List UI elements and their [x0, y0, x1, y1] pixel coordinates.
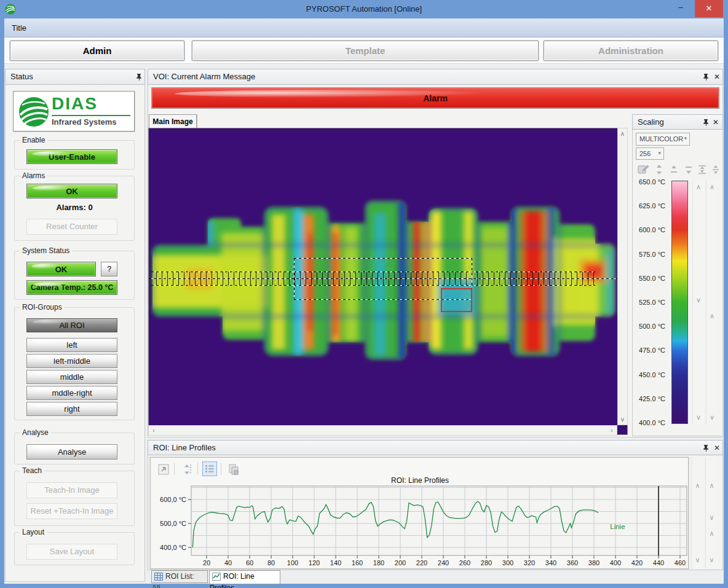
scroll-up-icon[interactable]: ∧ — [618, 130, 627, 137]
scroll-down-icon[interactable]: ∨ — [618, 416, 627, 423]
roi-group-button-middle-right[interactable]: mddle-right — [26, 386, 117, 400]
tab-template[interactable]: Template — [192, 41, 539, 61]
chart-vscale-slider[interactable]: ∧ ∨ — [691, 457, 703, 569]
scale-label: 600.0 °C — [633, 226, 665, 233]
levels-select-value: 256 — [639, 150, 651, 157]
tab-roi-line-profiles[interactable]: ROI: Line Profiles — [209, 570, 280, 584]
svg-text:40: 40 — [224, 559, 232, 566]
close-panel-icon[interactable]: ✕ — [713, 443, 721, 453]
chart-vscale-slider-2[interactable]: ∧ ∨ ∧ ∨ — [705, 457, 718, 569]
roi-group-button-right[interactable]: right — [26, 402, 117, 416]
scale-max-slider[interactable]: ∧ ∧ ∨ — [706, 181, 718, 424]
scroll-left-icon[interactable]: ‹ — [151, 427, 157, 434]
tab-admin[interactable]: Admin — [10, 41, 184, 61]
chevron-down-icon[interactable]: ∨ — [706, 514, 718, 522]
svg-text:240: 240 — [438, 559, 449, 566]
scroll-right-icon[interactable]: › — [609, 427, 615, 434]
alarms-ok-button[interactable]: OK — [26, 184, 117, 198]
user-enable-button[interactable]: User-Enable — [26, 149, 117, 164]
chevron-up-icon[interactable]: ∧ — [706, 312, 718, 320]
close-panel-icon[interactable]: ✕ — [711, 117, 720, 127]
chevron-down-icon[interactable]: ∨ — [706, 414, 718, 421]
tab-administration[interactable]: Administration — [544, 41, 718, 61]
scaling-panel-header: Scaling ✕ — [632, 114, 723, 130]
image-hscrollbar[interactable]: ‹ › — [148, 425, 617, 436]
svg-text:360: 360 — [567, 559, 578, 566]
save-layout-button[interactable]: Save Layout — [26, 544, 117, 560]
roi-group-button-left-middle[interactable]: left-middle — [26, 354, 117, 368]
camera-temp-button[interactable]: Camera Temp.: 25.0 °C — [26, 280, 117, 295]
chevron-down-icon[interactable]: ∨ — [693, 296, 704, 304]
status-panel-header: Status — [5, 69, 145, 85]
expand-range-icon[interactable] — [653, 163, 665, 176]
scaling-panel-title: Scaling — [638, 117, 664, 127]
teach-in-image-button[interactable]: Teach-In Image — [26, 482, 117, 498]
copy-chart-button[interactable] — [226, 461, 240, 476]
chevron-up-icon[interactable]: ∧ — [706, 530, 718, 538]
pin-icon[interactable] — [135, 73, 143, 81]
fit-vertical-icon — [180, 462, 194, 477]
image-vscrollbar[interactable]: ∧ ∨ — [617, 128, 628, 425]
color-scale-bar[interactable] — [671, 181, 688, 424]
minimize-button[interactable]: – — [671, 0, 690, 17]
analyse-button[interactable]: Analyse — [26, 444, 117, 460]
roi-big-rect-top — [294, 258, 472, 259]
chevron-down-icon[interactable]: ∨ — [692, 556, 703, 564]
svg-text:80: 80 — [267, 559, 275, 566]
teach-group-label: Teach — [20, 466, 44, 475]
pin-icon[interactable] — [702, 118, 710, 127]
autoscale-continuous-icon[interactable] — [696, 163, 708, 176]
fit-vertical-button[interactable] — [179, 461, 194, 476]
svg-text:380: 380 — [588, 559, 599, 566]
palette-select[interactable]: MULTICOLOR ▾ — [636, 133, 690, 146]
roi-box-row[interactable] — [151, 272, 595, 286]
system-status-group-label: System Status — [20, 246, 72, 255]
svg-text:260: 260 — [459, 559, 470, 566]
scale-min-slider[interactable]: ∧ ∨ ∨ — [692, 181, 704, 424]
chevron-up-icon[interactable]: ∧ — [706, 183, 718, 191]
status-panel-title: Status — [10, 72, 33, 81]
raise-limit-icon[interactable] — [668, 163, 680, 176]
levels-select[interactable]: 256 ▾ — [636, 147, 664, 160]
export-chart-button[interactable] — [156, 461, 170, 476]
layout-group-label: Layout — [20, 528, 47, 536]
thermal-image-viewport[interactable] — [148, 128, 628, 435]
chevron-up-icon[interactable]: ∧ — [706, 482, 718, 490]
svg-text:320: 320 — [524, 559, 535, 566]
alarm-counter-text: Alarms: 0 — [14, 203, 135, 212]
profiles-panel-header: ROI: Line Profiles ✕ — [148, 440, 723, 455]
palette-properties-icon[interactable] — [637, 163, 649, 176]
analyse-group-label: Analyse — [20, 428, 51, 437]
profiles-panel-title: ROI: Line Profiles — [153, 443, 216, 452]
tab-separator — [197, 114, 197, 128]
line-profile-chart[interactable]: 2040608010012014016018020022024026028030… — [152, 476, 688, 568]
pin-icon[interactable] — [702, 444, 710, 452]
chevron-down-icon[interactable]: ∨ — [693, 414, 704, 421]
chevron-down-icon[interactable]: ∨ — [706, 556, 718, 564]
chevron-up-icon[interactable]: ∧ — [693, 183, 704, 191]
tab-main-image[interactable]: Main Image — [149, 114, 197, 128]
menu-title[interactable]: Title — [12, 23, 26, 33]
roi-group-button-all[interactable]: All ROI — [26, 318, 117, 332]
chevron-up-icon[interactable]: ∧ — [692, 482, 703, 490]
roi-group-button-middle[interactable]: middle — [26, 370, 117, 384]
reset-counter-button[interactable]: Reset Counter — [26, 219, 117, 235]
reset-teach-in-image-button[interactable]: Reset +Teach-In Image — [26, 503, 117, 519]
system-ok-button[interactable]: OK — [26, 262, 96, 276]
close-panel-icon[interactable]: ✕ — [713, 72, 721, 82]
system-help-button[interactable]: ? — [101, 262, 117, 276]
copy-chart-icon — [226, 462, 241, 477]
svg-text:200: 200 — [395, 559, 406, 566]
svg-text:400,0 °C: 400,0 °C — [160, 544, 186, 551]
chevron-down-icon: ▾ — [658, 150, 661, 156]
toolbar-divider — [197, 463, 198, 475]
tab-roi-list[interactable]: ROI List: All — [151, 570, 208, 583]
pin-icon[interactable] — [702, 73, 710, 81]
close-button[interactable]: ✕ — [695, 0, 723, 17]
roi-rect-selected[interactable] — [441, 288, 472, 312]
lower-limit-icon[interactable] — [682, 163, 695, 176]
roi-group-button-left[interactable]: left — [26, 338, 117, 352]
legend-list-button[interactable] — [202, 461, 217, 476]
autoscale-once-icon[interactable] — [710, 163, 722, 176]
window-title: PYROSOFT Automation [Online] — [0, 0, 728, 18]
